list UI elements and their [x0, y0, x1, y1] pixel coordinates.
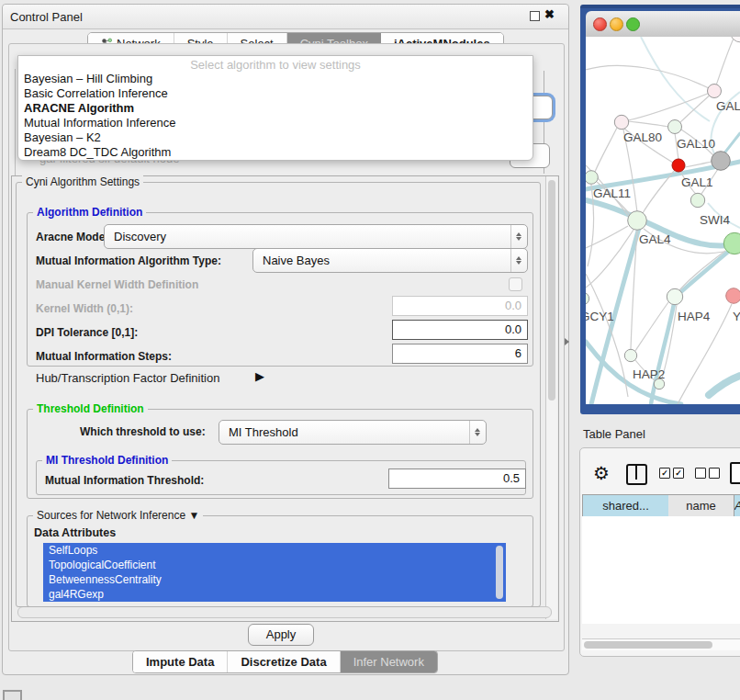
- list-scrollbar-thumb[interactable]: [496, 546, 503, 599]
- column-header-shared[interactable]: shared...: [582, 494, 669, 517]
- float-window-icon[interactable]: [530, 11, 540, 21]
- list-item[interactable]: SelfLoops: [43, 543, 506, 558]
- popup-item-selected[interactable]: ARACNE Algorithm: [24, 101, 134, 116]
- popup-item[interactable]: Bayesian – Hill Climbing: [24, 72, 152, 86]
- network-canvas[interactable]: GAL GAL80 GAL10 GAL1 GAL11 SWI4 GAL4 GCY…: [586, 37, 740, 404]
- which-threshold-value: MI Threshold: [219, 425, 469, 439]
- zoom-traffic-light-icon[interactable]: [626, 17, 640, 31]
- which-threshold-combobox[interactable]: MI Threshold: [219, 420, 487, 445]
- hidden-groupbox-edge-left: [15, 69, 16, 175]
- table-body[interactable]: YDL19...YDL19...13 YDR27...YDR27...12 YB…: [582, 516, 740, 624]
- network-graph: GAL GAL80 GAL10 GAL1 GAL11 SWI4 GAL4 GCY…: [586, 37, 740, 404]
- tab-impute-data[interactable]: Impute Data: [133, 651, 228, 672]
- kernel-width-field[interactable]: 0.0: [392, 296, 528, 316]
- splitter-handle-icon[interactable]: [565, 338, 573, 345]
- column-header-clipped[interactable]: A: [734, 494, 740, 517]
- mi-threshold-field[interactable]: 0.5: [388, 469, 526, 489]
- mi-type-combobox[interactable]: Naive Bayes: [252, 248, 528, 273]
- popup-item[interactable]: Mutual Information Inference: [24, 116, 175, 130]
- popup-item[interactable]: Dream8 DC_TDC Algorithm: [24, 145, 171, 160]
- dpi-tolerance-label: DPI Tolerance [0,1]:: [36, 326, 138, 339]
- node-label: GAL: [716, 99, 740, 113]
- list-item[interactable]: gal4RGexp: [43, 587, 506, 602]
- checked-checkbox-icon[interactable]: ✓: [659, 468, 670, 479]
- hub-definition-label[interactable]: Hub/Transcription Factor Definition: [36, 371, 219, 385]
- sources-group-title: Sources for Network Inference ▼: [33, 509, 203, 522]
- node-label: GCY1: [586, 310, 614, 323]
- node-label: GAL10: [677, 137, 715, 151]
- split-view-icon[interactable]: [626, 464, 647, 485]
- tab-infer-network[interactable]: Infer Network: [341, 651, 437, 672]
- document-icon[interactable]: [730, 462, 740, 484]
- popup-item[interactable]: Basic Correlation Inference: [24, 86, 168, 101]
- popup-prompt: Select algorithm to view settings: [18, 58, 533, 72]
- aracne-mode-label: Aracne Mode:: [36, 231, 108, 243]
- node-gray[interactable]: [712, 152, 731, 171]
- combo-spinner-icon: [469, 421, 486, 444]
- bottom-tabstrip: Impute Data Discretize Data Infer Networ…: [132, 650, 438, 673]
- unchecked-checkbox-icon[interactable]: [709, 468, 720, 479]
- collapse-arrow-icon[interactable]: ▼: [188, 509, 199, 522]
- data-attributes-label: Data Attributes: [34, 526, 116, 539]
- aracne-mode-value: Discovery: [105, 230, 510, 243]
- dpi-tolerance-field[interactable]: 0.0: [392, 320, 528, 340]
- manual-kernel-label: Manual Kernel Width Definition: [36, 278, 198, 291]
- table-horizontal-scrollbar[interactable]: [582, 638, 740, 650]
- node-label: Y: [733, 310, 740, 323]
- network-window-titlebar[interactable]: [586, 11, 740, 38]
- node-gal4[interactable]: [628, 211, 647, 231]
- node-hap2[interactable]: [624, 349, 636, 361]
- algorithm-dropdown-popup: Select algorithm to view settings Bayesi…: [17, 55, 533, 161]
- control-panel-titlebar[interactable]: Control Panel ✖: [3, 5, 568, 29]
- node[interactable]: [708, 85, 722, 98]
- manual-kernel-checkbox[interactable]: [509, 277, 522, 291]
- sources-title-text: Sources for Network Inference: [37, 509, 185, 522]
- node-label: GAL11: [593, 186, 631, 200]
- algorithm-definition-title: Algorithm Definition: [33, 206, 146, 219]
- which-threshold-label: Which threshold to use:: [80, 425, 206, 438]
- scrollbar-thumb[interactable]: [548, 180, 555, 401]
- node-salmon[interactable]: [726, 288, 740, 304]
- threshold-definition-title: Threshold Definition: [33, 402, 148, 415]
- node-gcy1[interactable]: [586, 292, 589, 304]
- expand-arrow-icon[interactable]: ▶: [255, 369, 264, 383]
- column-header-name[interactable]: name: [668, 494, 734, 517]
- apply-button[interactable]: Apply: [248, 624, 314, 646]
- combo-spinner-icon: [510, 249, 527, 272]
- node-swi4[interactable]: [690, 193, 704, 207]
- node-red[interactable]: [672, 159, 685, 172]
- vertical-scrollbar[interactable]: [545, 176, 557, 619]
- unchecked-checkbox-icon[interactable]: [695, 468, 706, 479]
- gear-icon[interactable]: ⚙: [593, 462, 610, 484]
- node-gal80[interactable]: [614, 115, 628, 129]
- mi-steps-field[interactable]: 6: [392, 344, 528, 364]
- close-traffic-light-icon[interactable]: [593, 17, 607, 31]
- node-hap4[interactable]: [667, 288, 682, 304]
- scrollbar-thumb[interactable]: [584, 641, 712, 649]
- aracne-mode-combobox[interactable]: Discovery: [104, 224, 528, 249]
- node-label: GAL80: [623, 130, 662, 144]
- node-gal10[interactable]: [668, 120, 682, 134]
- tab-discretize-data[interactable]: Discretize Data: [228, 651, 340, 672]
- data-attributes-list[interactable]: SelfLoops TopologicalCoefficient Between…: [43, 543, 506, 602]
- mi-threshold-group-title: MI Threshold Definition: [42, 454, 172, 467]
- minimize-traffic-light-icon[interactable]: [610, 17, 623, 31]
- close-icon[interactable]: ✖: [544, 7, 555, 21]
- list-item[interactable]: TopologicalCoefficient: [43, 558, 506, 572]
- control-panel-window: Control Panel ✖ Network Style Select Cyn…: [2, 4, 569, 675]
- window-restore-icon[interactable]: [3, 690, 22, 700]
- control-panel-title: Control Panel: [10, 10, 83, 24]
- popup-item[interactable]: Bayesian – K2: [24, 130, 101, 145]
- checked-checkbox-icon[interactable]: ✓: [673, 468, 684, 479]
- node[interactable]: [730, 37, 740, 42]
- table-panel-title: Table Panel: [583, 427, 645, 441]
- node-label: GAL1: [681, 175, 713, 189]
- list-item[interactable]: BetweennessCentrality: [43, 572, 506, 587]
- horizontal-scrollbar[interactable]: [17, 606, 552, 618]
- mi-threshold-label: Mutual Information Threshold:: [45, 474, 204, 487]
- node-label: GAL4: [639, 232, 671, 246]
- kernel-width-label: Kernel Width (0,1):: [36, 302, 133, 315]
- node-gal11[interactable]: [586, 171, 598, 185]
- mi-type-label: Mutual Information Algorithm Type:: [36, 254, 221, 267]
- settings-group-title: Cyni Algorithm Settings: [22, 175, 143, 188]
